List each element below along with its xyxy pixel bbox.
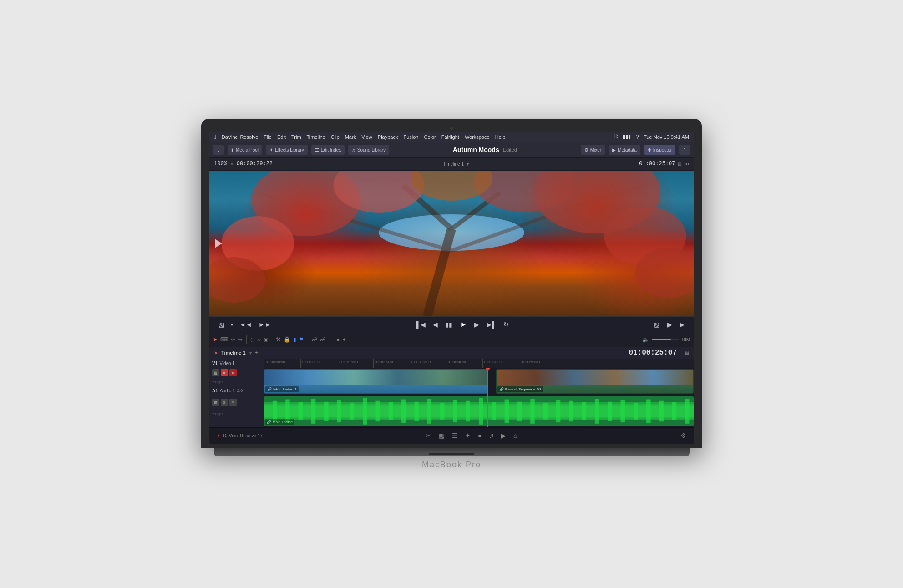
link-icon[interactable]: ⚒ <box>276 336 281 343</box>
home-icon[interactable]: ⌂ <box>513 432 517 439</box>
sound-library-btn[interactable]: ♬ Sound Library <box>348 145 389 155</box>
zoom-chevron[interactable]: ▾ <box>231 162 233 167</box>
menu-davinci[interactable]: DaVinci Resolve <box>222 134 259 140</box>
edit-page-icon[interactable]: ☰ <box>452 432 458 439</box>
loop-icon[interactable]: ↻ <box>502 320 511 329</box>
menu-fairlight[interactable]: Fairlight <box>441 134 459 140</box>
replace-icon[interactable]: ◉ <box>264 336 268 343</box>
fullscreen-icon[interactable]: ▶ <box>665 320 674 329</box>
overwrite-icon[interactable]: ○ <box>258 336 261 343</box>
close-timeline-icon[interactable]: ✕ <box>214 350 218 355</box>
view-mode-icon[interactable]: ▧ <box>217 320 226 329</box>
next-frame-icon[interactable]: ▶ <box>472 320 481 329</box>
skip-end-icon[interactable]: ▶▌ <box>485 320 498 329</box>
svg-rect-25 <box>324 401 328 421</box>
flag-icon[interactable]: ⚑ <box>299 336 304 343</box>
color-page-icon[interactable]: ● <box>478 432 482 439</box>
lock-icon[interactable]: 🔒 <box>284 336 290 343</box>
search-icon[interactable]: ⚲ <box>635 134 639 140</box>
v1-eye-icon[interactable]: ■ <box>221 369 228 376</box>
menu-trim[interactable]: Trim <box>291 134 301 140</box>
skip-start-icon[interactable]: ▌◀ <box>414 320 427 329</box>
svg-rect-48 <box>621 400 625 422</box>
blade-tool-icon[interactable]: ⌨ <box>220 336 228 343</box>
zoom-out-icon[interactable]: ☍ <box>320 336 325 343</box>
audio-icon[interactable]: ▶ <box>678 320 686 329</box>
svg-rect-52 <box>672 402 676 420</box>
svg-rect-32 <box>414 401 418 421</box>
a1-mute-btn[interactable]: M <box>229 399 237 406</box>
fit-to-window-icon[interactable]: ▦ <box>684 350 689 356</box>
nav-forward-icon[interactable]: ►► <box>257 320 273 329</box>
track-select-icon[interactable]: ▮ <box>293 336 296 343</box>
ruler-tick-7: 01:00:56:00 <box>519 359 555 368</box>
view-chevron[interactable]: ▾ <box>229 321 235 328</box>
play-btn[interactable]: ► <box>458 319 469 329</box>
video-clip-1[interactable]: 🔗 Intro_Series_1 <box>264 369 487 394</box>
play-overlay-btn[interactable] <box>215 239 222 248</box>
slide-tool-icon[interactable]: ⇝ <box>238 336 243 343</box>
zoom-in-icon[interactable]: ☍ <box>312 336 317 343</box>
timeline-chevron-icon[interactable]: ▾ <box>467 162 469 167</box>
a1-solo-btn[interactable]: S <box>221 399 228 406</box>
fairlight-page-icon[interactable]: ♬ <box>489 432 494 439</box>
collapse-btn[interactable]: ⌄ <box>213 145 224 155</box>
nav-back-icon[interactable]: ◄◄ <box>238 320 254 329</box>
a1-camera-icon[interactable]: ▩ <box>212 399 219 406</box>
svg-rect-29 <box>375 400 380 421</box>
menu-color[interactable]: Color <box>424 134 436 140</box>
svg-rect-46 <box>595 399 599 424</box>
media-page-icon[interactable]: ▩ <box>439 432 445 439</box>
cut-page-icon[interactable]: ✂ <box>426 432 431 439</box>
volume-icon[interactable]: 🔈 <box>642 336 649 343</box>
menu-playback[interactable]: Playback <box>378 134 398 140</box>
zoom-plus-icon[interactable]: + <box>343 336 346 343</box>
settings-icon[interactable]: ⚙ <box>680 432 686 439</box>
menu-workspace[interactable]: Workspace <box>465 134 490 140</box>
fusion-page-icon[interactable]: ✦ <box>465 432 471 439</box>
pip-icon[interactable]: ▨ <box>652 320 662 329</box>
menu-view[interactable]: View <box>361 134 372 140</box>
slip-tool-icon[interactable]: ⇜ <box>231 336 235 343</box>
edit-index-btn[interactable]: ☰ Edit Index <box>311 145 345 155</box>
v1-color-icon[interactable]: ■ <box>229 369 237 376</box>
toolbar-separator-2 <box>272 335 272 344</box>
menu-mark[interactable]: Mark <box>345 134 356 140</box>
timeline-tab[interactable]: Timeline 1 <box>221 350 246 355</box>
menu-fusion[interactable]: Fusion <box>403 134 418 140</box>
audio-clip-1[interactable]: 🔗 Main Theme <box>264 396 694 426</box>
tree-overlay <box>209 171 694 316</box>
menu-clip[interactable]: Clip <box>331 134 340 140</box>
mixer-btn[interactable]: ⚙ Mixer <box>581 145 605 155</box>
metadata-btn[interactable]: ▶ Metadata <box>609 145 640 155</box>
more-options-icon[interactable]: ••• <box>684 162 689 167</box>
volume-control[interactable] <box>652 339 679 340</box>
menu-file[interactable]: File <box>264 134 272 140</box>
video-clip-2[interactable]: 🔗 Reveal_Sequence_V3 <box>496 369 694 394</box>
svg-rect-40 <box>517 401 522 421</box>
ruler-tick-6: 01:00:48:00 <box>482 359 519 368</box>
select-tool-icon[interactable]: ➤ <box>213 336 218 343</box>
menu-timeline[interactable]: Timeline <box>307 134 325 140</box>
effects-library-btn[interactable]: ✦ Effects Library <box>266 145 308 155</box>
timeline-ruler: 01:00:00:00 01:00:08:00 01:00:16:00 01:0… <box>264 359 694 368</box>
v1-camera-icon[interactable]: ▩ <box>212 369 219 376</box>
prev-frame-icon[interactable]: ◀ <box>431 320 440 329</box>
svg-rect-47 <box>608 401 612 421</box>
media-pool-btn[interactable]: ▮ Media Pool <box>228 145 262 155</box>
stop-btn[interactable]: ▮▮ <box>443 320 454 329</box>
menu-edit[interactable]: Edit <box>277 134 286 140</box>
insert-icon[interactable]: ◌ <box>250 336 255 343</box>
timeline-chevron[interactable]: ▾ <box>249 350 252 355</box>
inspector-btn[interactable]: ✚ Inspector <box>644 145 675 155</box>
v1-label: V1 Video 1 ▩ ■ ■ 2 Clips <box>209 359 264 386</box>
view-options-icon[interactable]: ⊞ <box>678 162 681 167</box>
menu-help[interactable]: Help <box>495 134 506 140</box>
dim-label[interactable]: DIM <box>682 337 690 342</box>
add-timeline-icon[interactable]: + <box>255 350 259 356</box>
expand-btn[interactable]: ⌃ <box>679 145 690 155</box>
zoom-slider-dot[interactable]: ● <box>336 336 340 343</box>
svg-rect-23 <box>299 402 303 420</box>
ruler-tick-2: 01:00:16:00 <box>337 359 373 368</box>
deliver-page-icon[interactable]: ▶ <box>501 432 506 439</box>
